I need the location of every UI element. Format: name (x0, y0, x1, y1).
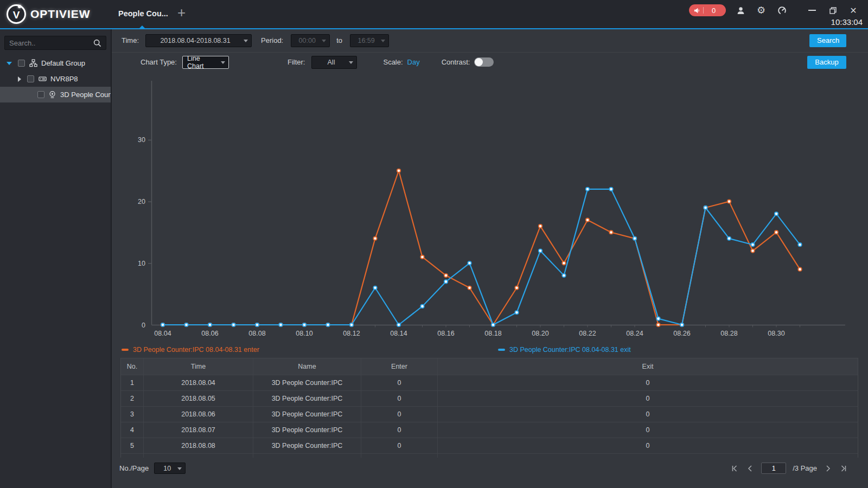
next-page-button[interactable] (824, 464, 832, 473)
close-button[interactable]: ✕ (847, 4, 859, 16)
svg-text:08.28: 08.28 (720, 330, 737, 337)
table-cell: 3D People Counter:IPC (253, 438, 361, 453)
table-row[interactable]: 22018.08.053D People Counter:IPC00 (121, 391, 858, 407)
column-header: No. (121, 358, 144, 375)
search-button[interactable]: Search (809, 34, 846, 47)
people-counter-checkbox[interactable] (37, 91, 44, 98)
expand-collapse-icon[interactable] (7, 62, 12, 65)
per-page-select[interactable]: 10 (154, 463, 186, 474)
last-page-button[interactable] (839, 464, 847, 473)
table-cell: 0 (361, 375, 438, 390)
chart-type-select[interactable]: Line Chart (182, 56, 229, 69)
tree-item-label: NVR8P8 (50, 75, 78, 83)
svg-text:08.06: 08.06 (201, 330, 218, 337)
first-page-button[interactable] (731, 464, 739, 473)
table-cell (144, 454, 253, 458)
performance-gauge-icon[interactable] (776, 4, 788, 16)
chart-type-label: Chart Type: (141, 58, 177, 66)
table-cell: 2018.08.05 (144, 391, 253, 406)
table-row-partial[interactable] (121, 454, 858, 458)
search-icon[interactable] (93, 39, 101, 47)
table-cell: 3D People Counter:IPC (253, 407, 361, 422)
period-from-select[interactable]: 00:00 (291, 34, 330, 47)
add-tab-button[interactable]: + (177, 4, 186, 21)
chevron-down-icon (221, 61, 225, 64)
expand-collapse-icon[interactable] (18, 76, 21, 82)
app-window: V OPTIVIEW People Cou... + 0 ⚙ (0, 0, 868, 488)
default-group-checkbox[interactable] (18, 60, 25, 67)
table-cell: 2018.08.06 (144, 407, 253, 422)
sidebar-item-default-group[interactable]: Default Group (0, 55, 111, 71)
scale-label: Scale: (383, 58, 403, 66)
alarm-counter-button[interactable]: 0 (689, 4, 726, 16)
contrast-toggle[interactable] (474, 57, 494, 67)
table-cell: 0 (438, 407, 858, 422)
column-header: Name (253, 358, 361, 375)
table-cell: 2 (121, 391, 144, 406)
table-row[interactable]: 42018.08.073D People Counter:IPC00 (121, 422, 858, 438)
settings-gear-icon[interactable]: ⚙ (755, 4, 767, 16)
svg-text:08.18: 08.18 (484, 330, 501, 337)
table-cell: 0 (361, 422, 438, 438)
period-label: Period: (261, 36, 283, 44)
table-cell: 1 (121, 375, 144, 390)
table-row[interactable]: 52018.08.083D People Counter:IPC00 (121, 438, 858, 454)
table-cell (253, 454, 361, 458)
svg-text:08.04: 08.04 (154, 330, 171, 337)
scale-value-day[interactable]: Day (407, 58, 420, 66)
table-cell: 3D People Counter:IPC (253, 375, 361, 390)
people-count-line-chart: 010203008.0408.0608.0808.1008.1208.1408.… (112, 72, 866, 346)
svg-text:30: 30 (138, 137, 145, 144)
filter-select[interactable]: All (311, 56, 357, 69)
nvr8p8-checkbox[interactable] (27, 75, 34, 82)
chevron-down-icon (177, 467, 182, 470)
table-cell: 2018.08.07 (144, 422, 253, 438)
svg-text:08.26: 08.26 (673, 330, 690, 337)
table-row[interactable]: 12018.08.043D People Counter:IPC00 (121, 375, 858, 391)
group-icon (29, 59, 38, 67)
tree-item-label: Default Group (41, 59, 85, 67)
chart-area: 010203008.0408.0608.0808.1008.1208.1408.… (112, 72, 868, 346)
table-cell: 3 (121, 407, 144, 422)
per-page-label: No./Page (119, 464, 149, 472)
svg-text:08.30: 08.30 (768, 330, 784, 337)
backup-button[interactable]: Backup (807, 56, 846, 69)
table-cell: 0 (438, 422, 858, 438)
system-clock: 10:33:04 (831, 17, 863, 27)
table-cell: 0 (438, 438, 858, 453)
restore-button[interactable] (827, 4, 839, 16)
time-range-select[interactable]: 2018.08.04-2018.08.31 (145, 34, 252, 47)
active-tab-indicator (138, 25, 146, 29)
table-header-row: No.TimeNameEnterExit (121, 358, 858, 375)
svg-text:08.22: 08.22 (579, 330, 596, 337)
column-header: Time (144, 358, 253, 375)
user-icon[interactable] (735, 4, 746, 16)
title-bar: V OPTIVIEW People Cou... + 0 ⚙ (0, 0, 868, 29)
results-table: No.TimeNameEnterExit12018.08.043D People… (120, 358, 858, 458)
legend-item-enter[interactable]: 3D People Counter:IPC 08.04-08.31 enter (122, 346, 259, 354)
svg-text:08.20: 08.20 (532, 330, 548, 337)
search-input[interactable] (9, 39, 93, 47)
period-to-select[interactable]: 16:59 (350, 34, 389, 47)
chevron-down-icon (322, 40, 326, 42)
svg-text:08.12: 08.12 (343, 330, 360, 337)
legend-item-exit[interactable]: 3D People Counter:IPC 08.04-08.31 exit (498, 346, 631, 354)
table-cell (361, 454, 438, 458)
sidebar-item-3d-people-counter[interactable]: 3D People Coun.. (0, 87, 111, 102)
minimize-button[interactable] (806, 4, 818, 16)
svg-text:08.08: 08.08 (248, 330, 265, 337)
chart-options-toolbar: Chart Type: Line Chart Filter: All Scale… (112, 53, 868, 73)
enter-series-swatch (122, 349, 129, 351)
previous-page-button[interactable] (746, 464, 755, 473)
column-header: Exit (438, 358, 858, 375)
svg-text:08.10: 08.10 (296, 330, 312, 337)
table-row[interactable]: 32018.08.063D People Counter:IPC00 (121, 407, 858, 422)
page-number-input[interactable] (761, 463, 786, 474)
table-cell: 5 (121, 438, 144, 453)
exit-series-swatch (498, 349, 505, 351)
table-cell: 3D People Counter:IPC (253, 422, 361, 438)
tab-people-counting[interactable]: People Cou... (118, 9, 168, 18)
tree-item-label: 3D People Coun.. (60, 91, 111, 99)
sidebar-item-nvr8p8[interactable]: NVR8P8 (0, 71, 111, 87)
table-footer: No./Page 10 /3 Page (112, 458, 868, 488)
